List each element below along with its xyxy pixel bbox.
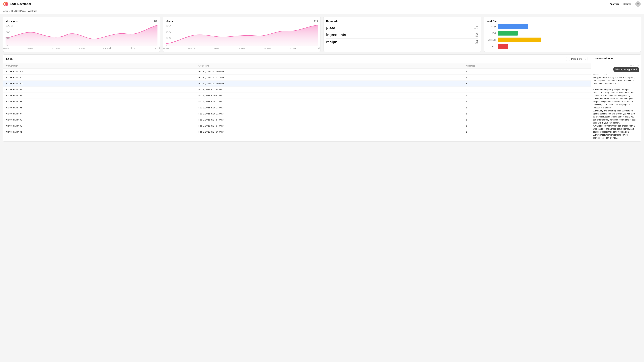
keyword-count-0: x100 <box>474 28 478 30</box>
next-step-bar-other <box>498 44 508 49</box>
keyword-item-0: pizza #1 x100 <box>326 24 478 31</box>
messages-chart-svg: 106 60 30 0 Sat Sun Mon Tue Wed Thu Fri <box>6 24 158 48</box>
svg-text:Tue: Tue <box>78 47 85 49</box>
breadcrumb-sep-1: › <box>10 10 10 12</box>
table-row[interactable]: Conversation #43 Feb 20, 2025 at 14:00 U… <box>3 68 591 75</box>
table-row[interactable]: Conversation #41 Feb 19, 2025 at 22:06 U… <box>3 81 591 87</box>
cell-created: Feb 20, 2025 at 14:00 UTC <box>195 68 462 75</box>
col-created-on: Created On <box>195 63 462 68</box>
svg-text:Wed: Wed <box>103 47 111 49</box>
cell-messages: 1 <box>462 123 591 129</box>
message-user-0: User – 22:06 What is your app about? <box>593 64 639 72</box>
page-prev-button[interactable]: ‹ <box>566 57 570 61</box>
cell-created: Feb 8, 2025 at 18:27 UTC <box>195 99 462 105</box>
user-avatar[interactable] <box>635 1 641 7</box>
table-row[interactable]: Conversation #6 Feb 8, 2025 at 18:27 UTC… <box>3 99 591 105</box>
cell-conversation: Conversation #8 <box>3 87 195 93</box>
messages-card-header: Messages 442 <box>6 19 158 22</box>
next-step-row-message: Message <box>486 37 638 42</box>
cell-created: Feb 8, 2025 at 17:57 UTC <box>195 117 462 123</box>
svg-text:Fri: Fri <box>316 47 320 49</box>
cell-messages: 1 <box>462 117 591 123</box>
svg-text:20: 20 <box>166 31 171 33</box>
next-step-label-sage: Sage <box>486 25 496 28</box>
keyword-rank-0: #1 <box>474 26 478 28</box>
table-row[interactable]: Conversation #42 Feb 20, 2025 at 12:11 U… <box>3 75 591 81</box>
table-row[interactable]: Conversation #4 Feb 8, 2025 at 18:21 UTC… <box>3 111 591 117</box>
svg-text:Thu: Thu <box>129 47 136 49</box>
msg-meta-assistant-0: Assistant – 22:06 <box>593 73 607 76</box>
nav-settings[interactable]: Settings <box>623 3 631 5</box>
cell-created: Feb 19, 2025 at 22:06 UTC <box>195 81 462 87</box>
keyword-text-2: recipe <box>326 40 337 44</box>
next-step-header: Next Step <box>486 19 638 22</box>
next-step-label-message: Message <box>486 39 496 41</box>
page-next-button[interactable]: › <box>584 57 588 61</box>
keyword-item-1: ingredients #2 x50 <box>326 31 478 38</box>
users-chart-svg: 39 20 10 0 Sat Sun Mon Tue Wed Thu Fri <box>166 24 318 48</box>
users-card-header: Users 179 <box>166 19 318 22</box>
table-row[interactable]: Conversation #8 Feb 8, 2025 at 21:48 UTC… <box>3 87 591 93</box>
table-row[interactable]: Conversation #5 Feb 8, 2025 at 18:23 UTC… <box>3 105 591 111</box>
next-step-bar-exit <box>498 31 518 35</box>
cell-messages: 1 <box>462 75 591 81</box>
table-row[interactable]: Conversation #3 Feb 8, 2025 at 17:57 UTC… <box>3 117 591 123</box>
cell-messages: 1 <box>462 129 591 135</box>
next-step-row-exit: Exit <box>486 31 638 35</box>
svg-text:0: 0 <box>6 44 8 46</box>
cell-conversation: Conversation #3 <box>3 117 195 123</box>
logs-main: Logs ‹ Page 1 of 1 › Conversation Create… <box>3 55 591 141</box>
next-step-card: Next Step Sage Exit Message Other <box>484 17 641 52</box>
cell-conversation: Conversation #43 <box>3 68 195 75</box>
keyword-meta-0: #1 x100 <box>474 26 478 30</box>
breadcrumb-pizza[interactable]: The Best Pizza <box>11 10 26 12</box>
keyword-text-1: ingredients <box>326 33 346 37</box>
svg-text:Sun: Sun <box>188 47 195 49</box>
svg-text:60: 60 <box>6 31 10 33</box>
users-card: Users 179 39 20 10 0 <box>163 17 321 52</box>
keyword-item-2: recipe #3 x30 <box>326 38 478 45</box>
users-title: Users <box>166 19 173 22</box>
cell-created: Feb 8, 2025 at 18:21 UTC <box>195 111 462 117</box>
logs-table-header-row: Conversation Created On Messages <box>3 63 591 68</box>
svg-text:Sat: Sat <box>163 47 169 49</box>
keyword-meta-1: #2 x50 <box>475 33 478 37</box>
next-step-label-other: Other <box>486 45 496 48</box>
messages-count: 442 <box>154 20 158 22</box>
svg-text:Sun: Sun <box>27 47 34 49</box>
table-row[interactable]: Conversation #2 Feb 8, 2025 at 17:57 UTC… <box>3 123 591 129</box>
app-title: Sage Developer <box>10 2 31 6</box>
next-step-bar-message <box>498 37 541 42</box>
cell-messages: 2 <box>462 87 591 93</box>
cell-conversation: Conversation #4 <box>3 111 195 117</box>
cell-conversation: Conversation #41 <box>3 81 195 87</box>
cell-conversation: Conversation #2 <box>3 123 195 129</box>
keyword-rank-2: #3 <box>475 40 478 42</box>
message-assistant-0: Assistant – 22:06 My app is about making… <box>593 73 639 139</box>
cell-conversation: Conversation #42 <box>3 75 195 81</box>
keywords-card-header: Keywords <box>326 19 478 22</box>
table-row[interactable]: Conversation #1 Feb 6, 2025 at 17:56 UTC… <box>3 129 591 135</box>
cell-messages: 1 <box>462 105 591 111</box>
svg-text:Fri: Fri <box>155 47 160 49</box>
nav-analytics[interactable]: Analytics <box>610 3 619 5</box>
logs-table-head: Conversation Created On Messages <box>3 63 591 68</box>
msg-bubble-user-0: What is your app about? <box>613 67 639 72</box>
table-row[interactable]: Conversation #7 Feb 8, 2025 at 19:51 UTC… <box>3 93 591 99</box>
breadcrumb-apps[interactable]: Apps <box>3 10 8 12</box>
svg-text:10: 10 <box>166 37 171 39</box>
nav-left: Sage Developer <box>3 2 31 6</box>
conversation-panel: Conversation 41 User – 22:06 What is you… <box>591 55 641 141</box>
cell-created: Feb 8, 2025 at 21:48 UTC <box>195 87 462 93</box>
cell-created: Feb 6, 2025 at 17:56 UTC <box>195 129 462 135</box>
pagination: ‹ Page 1 of 1 › <box>566 57 588 61</box>
cell-created: Feb 8, 2025 at 19:51 UTC <box>195 93 462 99</box>
keyword-rank-1: #2 <box>475 33 478 35</box>
messages-card: Messages 442 106 <box>3 17 160 52</box>
keyword-count-2: x30 <box>475 42 478 44</box>
cell-created: Feb 20, 2025 at 12:11 UTC <box>195 75 462 81</box>
app-logo <box>3 2 8 6</box>
keywords-list: pizza #1 x100 ingredients #2 x50 recipe <box>326 24 478 45</box>
conversation-title: Conversation 41 <box>594 57 613 60</box>
users-count: 179 <box>314 20 318 22</box>
